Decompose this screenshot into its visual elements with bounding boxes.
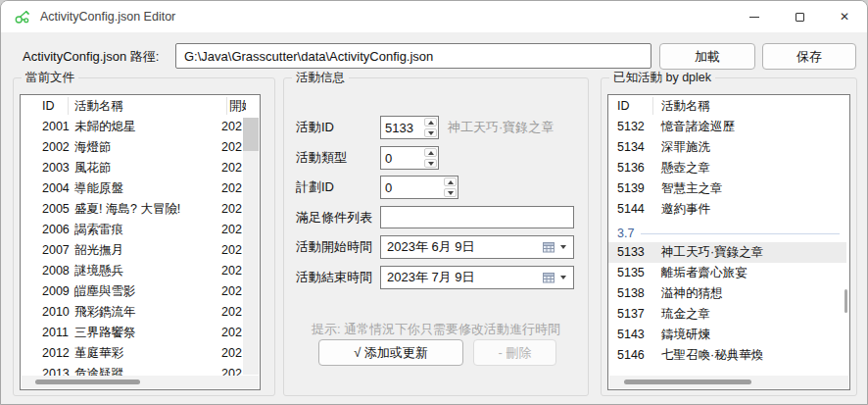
path-input[interactable] (175, 43, 651, 69)
current-file-row[interactable]: 2004導能原盤2022 (21, 178, 242, 199)
known-activities-list[interactable]: ID 活動名稱 5132憶音諸途巡歷5134深罪施洗5136懸壺之章5139智慧… (607, 94, 850, 390)
cell-name: 堇庭華彩 (74, 343, 123, 364)
cell-name: 皚塵與雪影 (74, 281, 136, 302)
cell-start: 2022 (221, 261, 242, 281)
cell-id: 5146 (617, 345, 645, 366)
known-activity-row[interactable]: 5139智慧主之章 (608, 178, 846, 199)
column-header-name[interactable]: 活動名稱 (74, 95, 123, 117)
hint-text: 提示: 通常情況下你只需要修改活動進行時間 (284, 321, 588, 338)
horizontal-scrollbar-thumb[interactable] (624, 380, 751, 384)
column-separator[interactable] (652, 97, 653, 115)
vertical-scrollbar[interactable] (243, 118, 259, 375)
known-activity-row[interactable]: 5143鑄境研煉 (608, 325, 846, 345)
cell-name: 七聖召喚·秘典華煥 (661, 345, 763, 366)
column-header-id[interactable]: ID (617, 95, 630, 117)
current-file-row[interactable]: 2010飛彩鐫流年2022 (21, 302, 242, 323)
condition-list-input[interactable] (380, 206, 574, 228)
spin-up-button[interactable] (424, 148, 437, 157)
minimize-button[interactable] (732, 1, 777, 32)
spin-up-button[interactable] (424, 118, 437, 127)
spin-down-button[interactable] (444, 188, 457, 197)
cell-name: 謎境懸兵 (74, 261, 123, 281)
cell-id: 5137 (617, 304, 645, 325)
cell-id: 2009 (42, 281, 70, 302)
current-file-row[interactable]: 2013危途疑蹤2022 (21, 364, 242, 376)
known-activities-group-title: 已知活動 by dplek (609, 70, 715, 85)
cell-start: 2022 (221, 117, 242, 137)
column-separator[interactable] (68, 97, 69, 115)
activity-name-annotation: 神工天巧·寶錄之章 (448, 116, 554, 139)
spin-down-button[interactable] (424, 159, 437, 168)
cell-name: 琉金之章 (661, 304, 710, 325)
cell-name: 憶音諸途巡歷 (661, 117, 735, 137)
activity-type-input[interactable] (381, 147, 423, 169)
vertical-scrollbar-thumb[interactable] (844, 289, 847, 313)
column-header-id[interactable]: ID (42, 95, 55, 117)
end-date-value: 2023年 7月 9日 (387, 269, 543, 286)
cell-id: 5143 (617, 325, 645, 345)
add-or-update-button[interactable]: √ 添加或更新 (318, 339, 463, 366)
spin-down-button[interactable] (424, 128, 437, 137)
start-date-picker[interactable]: 2023年 6月 9日 (380, 235, 574, 259)
cell-name: 謁索雷痕 (74, 220, 123, 240)
save-button[interactable]: 保存 (762, 43, 856, 70)
current-file-row[interactable]: 2011三界路饗祭2022 (21, 323, 242, 343)
current-file-row[interactable]: 2003風花節2022 (21, 158, 242, 178)
current-file-row[interactable]: 2009皚塵與雪影2022 (21, 281, 242, 302)
cell-start: 2022 (221, 178, 242, 199)
load-button[interactable]: 加載 (659, 43, 755, 70)
title-bar[interactable]: ActivityConfig.json Editor ✕ (1, 1, 867, 32)
horizontal-scrollbar[interactable] (22, 376, 259, 388)
calendar-icon (543, 241, 555, 253)
close-button[interactable]: ✕ (822, 1, 867, 32)
current-file-row[interactable]: 2008謎境懸兵2022 (21, 261, 242, 281)
known-activity-row[interactable]: 5133神工天巧·寶錄之章 (608, 242, 846, 263)
column-separator[interactable] (226, 97, 227, 115)
path-label: ActivityConfig.json 路徑: (23, 44, 159, 70)
current-file-list[interactable]: ID 活動名稱 開始時間 2001未歸的熄星20222002海燈節2022200… (20, 94, 261, 390)
arrow-up-icon (428, 151, 434, 155)
known-activities-rows: 5132憶音諸途巡歷5134深罪施洗5136懸壺之章5139智慧主之章5144邀… (608, 117, 846, 376)
cell-id: 2001 (42, 117, 70, 137)
known-activity-row[interactable]: 5144邀約事件 (608, 199, 846, 220)
end-date-picker[interactable]: 2023年 7月 9日 (380, 266, 574, 289)
current-file-row[interactable]: 2006謁索雷痕2022 (21, 220, 242, 240)
current-file-row[interactable]: 2002海燈節2022 (21, 137, 242, 158)
app-window: ActivityConfig.json Editor ✕ ActivityCon… (0, 0, 868, 405)
current-file-row[interactable]: 2012堇庭華彩2022 (21, 343, 242, 364)
cell-name: 三界路饗祭 (74, 323, 136, 343)
column-header-name[interactable]: 活動名稱 (661, 95, 710, 117)
group-version-label: 3.7 (617, 227, 634, 240)
current-file-row[interactable]: 2001未歸的熄星2022 (21, 117, 242, 137)
known-activity-row[interactable]: 5146七聖召喚·秘典華煥 (608, 345, 846, 366)
vertical-scrollbar-thumb[interactable] (243, 118, 259, 151)
known-activity-row[interactable]: 5135離垢者齋心旅宴 (608, 263, 846, 283)
start-time-label: 活動開始時間 (296, 235, 372, 259)
current-file-list-header[interactable]: ID 活動名稱 開始時間 (21, 95, 260, 117)
column-header-start[interactable]: 開始時間 (229, 95, 246, 117)
activity-type-spinner (380, 146, 439, 170)
window-title: ActivityConfig.json Editor (40, 1, 175, 32)
current-file-row[interactable]: 2007韶光撫月2022 (21, 240, 242, 261)
horizontal-scrollbar-thumb[interactable] (35, 380, 140, 384)
activity-id-input[interactable] (381, 117, 423, 138)
known-activity-row[interactable]: 5138溢神的猜想 (608, 283, 846, 304)
known-activity-row[interactable]: 5137琉金之章 (608, 304, 846, 325)
known-activity-row[interactable]: 5136懸壺之章 (608, 158, 846, 178)
known-activity-row[interactable]: 5132憶音諸途巡歷 (608, 117, 846, 137)
cell-id: 2006 (42, 220, 70, 240)
dropdown-arrow-icon (560, 245, 566, 249)
known-activities-list-header[interactable]: ID 活動名稱 (608, 95, 849, 117)
calendar-icon (543, 272, 555, 283)
close-icon: ✕ (840, 11, 849, 23)
spin-up-button[interactable] (444, 177, 457, 186)
schedule-id-input[interactable] (381, 177, 443, 198)
current-file-row[interactable]: 2005盛夏! 海島? 大冒險!2022 (21, 199, 242, 220)
window-controls: ✕ (732, 1, 867, 32)
cell-start: 2022 (221, 240, 242, 261)
activity-id-spinner (380, 116, 439, 139)
horizontal-scrollbar[interactable] (609, 376, 848, 388)
known-activity-row[interactable]: 5134深罪施洗 (608, 137, 846, 158)
cell-start: 2022 (221, 302, 242, 323)
maximize-button[interactable] (777, 1, 822, 32)
